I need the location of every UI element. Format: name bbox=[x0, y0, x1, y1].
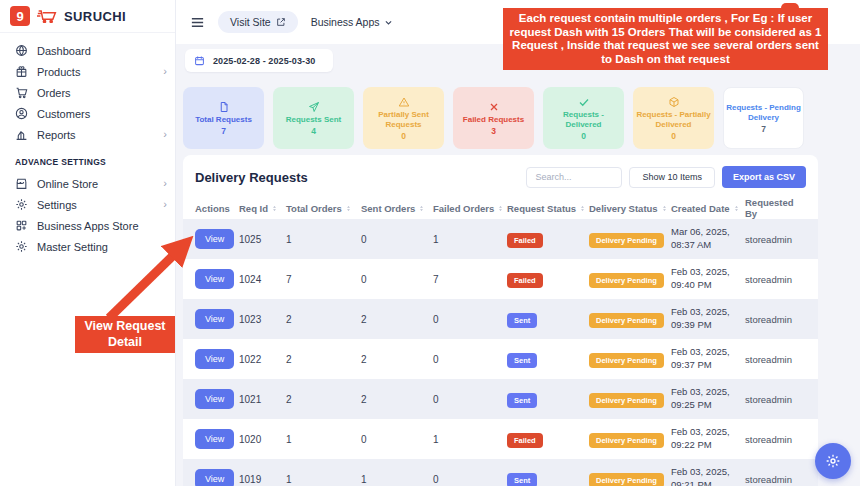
sort-icon[interactable] bbox=[345, 204, 352, 213]
request-status-badge: Failed bbox=[507, 273, 543, 288]
view-button[interactable]: View bbox=[195, 389, 234, 409]
actions-cell: View bbox=[195, 429, 239, 449]
column-header-delivery-status[interactable]: Delivery Status bbox=[589, 203, 671, 214]
requested-by-cell: storeadmin bbox=[745, 354, 806, 365]
view-button[interactable]: View bbox=[195, 429, 234, 449]
date-range-picker[interactable]: 2025-02-28 - 2025-03-30 bbox=[185, 49, 333, 72]
sidebar-item-label: Customers bbox=[37, 108, 90, 120]
sort-icon[interactable] bbox=[271, 204, 278, 213]
settings-fab-button[interactable] bbox=[815, 443, 851, 479]
requested-by-cell: storeadmin bbox=[745, 234, 806, 245]
business-apps-dropdown[interactable]: Business Apps bbox=[311, 16, 393, 28]
stat-card-value: 3 bbox=[491, 126, 496, 136]
sidebar-item-label: Orders bbox=[37, 87, 71, 99]
view-button[interactable]: View bbox=[195, 269, 234, 289]
requested-by-cell: storeadmin bbox=[745, 274, 806, 285]
hamburger-menu-icon[interactable] bbox=[190, 15, 205, 30]
chevron-right-icon: › bbox=[163, 178, 167, 189]
annotation-callout: Each request contain multiple orders , F… bbox=[503, 8, 828, 70]
warning-icon bbox=[398, 96, 410, 108]
sidebar-item-reports[interactable]: Reports› bbox=[0, 124, 175, 145]
search-input[interactable] bbox=[526, 167, 622, 188]
column-label: Created Date bbox=[671, 203, 730, 214]
requested-by-cell: storeadmin bbox=[745, 394, 806, 405]
stat-card-label: Requests - Delivered bbox=[545, 110, 622, 130]
reports-icon bbox=[15, 128, 28, 141]
created-date-cell: Feb 03, 2025,09:37 PM bbox=[671, 346, 745, 372]
request-status-cell: Sent bbox=[507, 314, 589, 325]
table-header-row: ActionsReq IdTotal OrdersSent OrdersFail… bbox=[183, 197, 818, 219]
delivery-status-cell: Delivery Pending bbox=[589, 394, 671, 405]
view-button[interactable]: View bbox=[195, 469, 234, 486]
sidebar-item-online-store[interactable]: Online Store› bbox=[0, 173, 175, 194]
brand-logo[interactable]: 9 SURUCHI bbox=[0, 0, 175, 33]
column-header-total-orders[interactable]: Total Orders bbox=[286, 203, 361, 214]
send-icon bbox=[308, 101, 320, 113]
delivery-status-cell: Delivery Pending bbox=[589, 434, 671, 445]
sent-orders-cell: 1 bbox=[361, 474, 433, 485]
request-status-cell: Failed bbox=[507, 434, 589, 445]
apps-icon bbox=[15, 219, 28, 232]
column-header-request-status[interactable]: Request Status bbox=[507, 203, 589, 214]
dashboard-icon bbox=[15, 44, 28, 57]
sidebar-item-label: Dashboard bbox=[37, 45, 91, 57]
visit-site-button[interactable]: Visit Site bbox=[218, 11, 298, 33]
external-link-icon bbox=[276, 17, 286, 27]
sent-orders-cell: 0 bbox=[361, 274, 433, 285]
request-status-badge: Sent bbox=[507, 313, 537, 328]
created-date-cell: Feb 03, 2025,09:22 PM bbox=[671, 426, 745, 452]
app-screen: 9 SURUCHI DashboardProducts›OrdersCustom… bbox=[0, 0, 860, 486]
stat-card-requests-pending-delivery: Requests - Pending Delivery7 bbox=[723, 87, 804, 149]
view-button[interactable]: View bbox=[195, 309, 234, 329]
column-header-failed-orders[interactable]: Failed Orders bbox=[433, 203, 507, 214]
sidebar-item-settings[interactable]: Settings› bbox=[0, 194, 175, 215]
created-date-cell: Mar 06, 2025,08:37 AM bbox=[671, 226, 745, 252]
table-row: View1023220SentDelivery PendingFeb 03, 2… bbox=[183, 299, 818, 339]
show-items-dropdown[interactable]: Show 10 Items bbox=[629, 167, 715, 188]
sidebar-section-label: ADVANCE SETTINGS bbox=[0, 145, 175, 173]
stat-card-value: 7 bbox=[761, 124, 766, 134]
requested-by-cell: storeadmin bbox=[745, 474, 806, 485]
failed-orders-cell: 0 bbox=[433, 394, 507, 405]
stat-card-label: Requests - Partially Delivered bbox=[635, 110, 712, 130]
view-button[interactable]: View bbox=[195, 349, 234, 369]
column-label: Total Orders bbox=[286, 203, 342, 214]
failed-orders-cell: 0 bbox=[433, 474, 507, 485]
settings-icon bbox=[15, 198, 28, 211]
request-status-cell: Failed bbox=[507, 234, 589, 245]
sidebar-item-label: Online Store bbox=[37, 178, 98, 190]
customers-icon bbox=[15, 107, 28, 120]
export-csv-button[interactable]: Export as CSV bbox=[722, 166, 806, 188]
column-label: Actions bbox=[195, 203, 230, 214]
created-date-cell: Feb 03, 2025,09:25 PM bbox=[671, 386, 745, 412]
requested-by-cell: storeadmin bbox=[745, 314, 806, 325]
stat-card-label: Requests - Pending Delivery bbox=[726, 103, 801, 123]
total-orders-cell: 1 bbox=[286, 474, 361, 485]
delivery-status-badge: Delivery Pending bbox=[589, 433, 664, 448]
sidebar-item-dashboard[interactable]: Dashboard bbox=[0, 40, 175, 61]
sidebar-item-products[interactable]: Products› bbox=[0, 61, 175, 82]
sidebar-item-business-apps-store[interactable]: Business Apps Store bbox=[0, 215, 175, 236]
sort-icon[interactable] bbox=[579, 204, 586, 213]
sidebar-item-customers[interactable]: Customers bbox=[0, 103, 175, 124]
sidebar-item-orders[interactable]: Orders bbox=[0, 82, 175, 103]
column-header-sent-orders[interactable]: Sent Orders bbox=[361, 203, 433, 214]
sort-icon[interactable] bbox=[497, 204, 504, 213]
sort-icon[interactable] bbox=[661, 204, 668, 213]
column-header-req-id[interactable]: Req Id bbox=[239, 203, 286, 214]
req-id-cell: 1023 bbox=[239, 314, 286, 325]
sort-icon[interactable] bbox=[418, 204, 425, 213]
delivery-status-cell: Delivery Pending bbox=[589, 354, 671, 365]
brand-name: SURUCHI bbox=[64, 9, 126, 24]
stat-card-value: 0 bbox=[401, 131, 406, 141]
view-button[interactable]: View bbox=[195, 229, 234, 249]
column-header-created-date[interactable]: Created Date bbox=[671, 203, 745, 214]
delivery-status-cell: Delivery Pending bbox=[589, 314, 671, 325]
stat-card-label: Partially Sent Requests bbox=[365, 110, 442, 130]
sort-icon[interactable] bbox=[733, 204, 740, 213]
created-date-cell: Feb 03, 2025,09:21 PM bbox=[671, 466, 745, 486]
panel-title: Delivery Requests bbox=[195, 170, 308, 185]
delivery-status-badge: Delivery Pending bbox=[589, 473, 664, 486]
sent-orders-cell: 2 bbox=[361, 314, 433, 325]
sidebar-item-master-setting[interactable]: Master Setting bbox=[0, 236, 175, 257]
